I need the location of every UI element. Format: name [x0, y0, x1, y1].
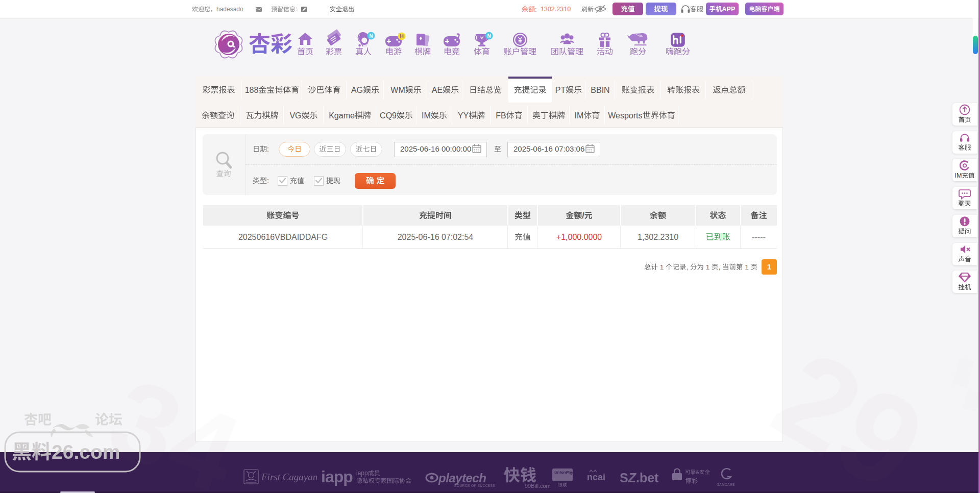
svg-text:APP: APP: [722, 6, 736, 13]
svg-text:VG: VG: [289, 111, 301, 120]
svg-text:PT: PT: [555, 86, 566, 94]
svg-text:1: 1: [767, 262, 771, 271]
svg-text:playtech: playtech: [438, 471, 486, 485]
svg-text:188: 188: [245, 86, 259, 94]
svg-text:UnionPay: UnionPay: [554, 470, 573, 475]
svg-text:1: 1: [743, 263, 751, 271]
svg-text:IM: IM: [422, 111, 431, 120]
svg-text:hadesado: hadesado: [216, 6, 243, 13]
svg-text:/: /: [582, 211, 584, 220]
svg-text:20250616VBDAIDDAFG: 20250616VBDAIDDAFG: [238, 233, 328, 241]
svg-text:,: ,: [687, 263, 691, 271]
svg-text::: :: [535, 6, 537, 13]
svg-text::: :: [267, 177, 269, 185]
svg-text:iapp: iapp: [356, 470, 368, 477]
svg-text:AG: AG: [351, 86, 363, 94]
svg-text:iapp: iapp: [321, 467, 353, 486]
svg-text::: :: [296, 6, 297, 13]
svg-text:1: 1: [704, 263, 712, 271]
svg-text:FB: FB: [496, 111, 506, 120]
svg-text:,: ,: [719, 263, 723, 271]
svg-text:+1,000.0000: +1,000.0000: [556, 233, 602, 241]
svg-text:1302.2310: 1302.2310: [541, 6, 571, 13]
svg-text:WM: WM: [390, 86, 405, 94]
svg-text:-----: -----: [752, 233, 766, 241]
svg-text:&: &: [696, 469, 699, 475]
svg-text:IM: IM: [575, 111, 584, 120]
svg-text:1: 1: [658, 263, 666, 271]
svg-text:2025-06-16 07:03:06: 2025-06-16 07:03:06: [513, 144, 584, 153]
svg-text:1,302.2310: 1,302.2310: [638, 233, 678, 241]
svg-text:CQ9: CQ9: [380, 111, 397, 120]
svg-text:Kgame: Kgame: [329, 111, 355, 120]
svg-text:N: N: [487, 33, 491, 39]
svg-text:SOURCE OF SUCCESS: SOURCE OF SUCCESS: [454, 484, 496, 487]
svg-text:First Cagayan: First Cagayan: [261, 472, 317, 482]
svg-text:99Bill.com: 99Bill.com: [525, 483, 551, 489]
svg-text:26.com: 26.com: [52, 441, 120, 463]
svg-text:H: H: [400, 34, 403, 39]
svg-text:Wesports: Wesports: [608, 111, 642, 120]
svg-text:BBIN: BBIN: [591, 86, 609, 94]
svg-text:SZ.bet: SZ.bet: [620, 471, 659, 485]
svg-text::: :: [267, 145, 269, 153]
svg-text:IM: IM: [955, 172, 962, 179]
svg-text:N: N: [369, 33, 373, 39]
svg-text:ncai: ncai: [587, 472, 605, 482]
svg-text:YY: YY: [458, 111, 469, 120]
svg-text:29: 29: [752, 324, 946, 493]
svg-text:AE: AE: [432, 86, 443, 94]
svg-text:GAMCARE: GAMCARE: [717, 483, 736, 486]
svg-text:2025-06-16 07:02:54: 2025-06-16 07:02:54: [398, 233, 474, 241]
svg-text:2025-06-16 00:00:00: 2025-06-16 00:00:00: [400, 144, 471, 153]
